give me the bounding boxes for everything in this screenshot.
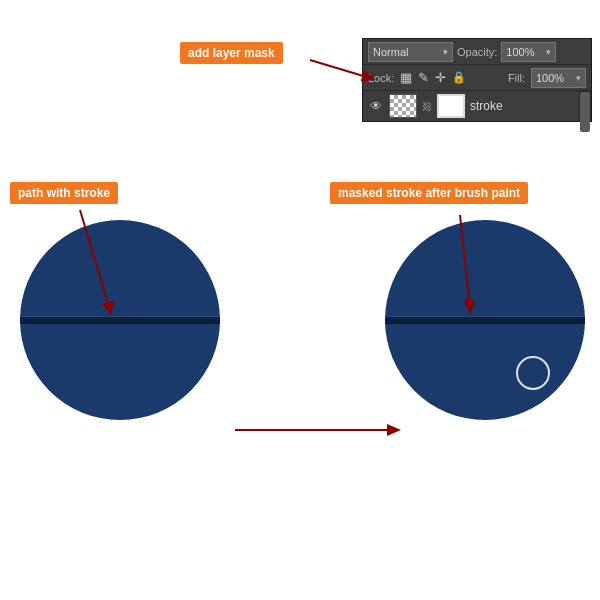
layer-thumbnail-checker — [389, 94, 417, 118]
opacity-dropdown[interactable]: 100% ▾ — [501, 42, 556, 62]
scroll-thumb[interactable] — [580, 92, 590, 132]
photoshop-panel: Normal ▾ Opacity: 100% ▾ Lock: ▦ ✎ ✛ 🔒 F… — [362, 38, 592, 122]
right-circle — [385, 220, 585, 420]
fill-value: 100% — [536, 72, 564, 84]
move-icon[interactable]: ✛ — [435, 70, 446, 85]
left-circle-container — [20, 220, 220, 420]
brush-circle-indicator — [516, 356, 550, 390]
fill-label: Fill: — [508, 72, 525, 84]
stroke-line-right — [385, 316, 585, 324]
opacity-arrow: ▾ — [546, 47, 551, 57]
left-circle — [20, 220, 220, 420]
lock-label: Lock: — [368, 72, 394, 84]
blend-mode-value: Normal — [373, 46, 408, 58]
visibility-eye-icon[interactable]: 👁 — [368, 98, 384, 114]
blend-mode-arrow: ▾ — [443, 47, 448, 57]
masked-stroke-label: masked stroke after brush paint — [330, 182, 528, 204]
fill-dropdown[interactable]: 100% ▾ — [531, 68, 586, 88]
opacity-label: Opacity: — [457, 46, 497, 58]
blend-opacity-row: Normal ▾ Opacity: 100% ▾ — [363, 39, 591, 65]
add-layer-mask-label: add layer mask — [180, 42, 283, 64]
fill-arrow: ▾ — [576, 73, 581, 83]
stroke-line-left — [20, 316, 220, 324]
layer-chain-icon: ⛓ — [422, 101, 432, 112]
tools-row: Lock: ▦ ✎ ✛ 🔒 Fill: 100% ▾ — [363, 65, 591, 91]
layer-name-label: stroke — [470, 99, 503, 113]
lock-icon[interactable]: 🔒 — [452, 71, 466, 84]
blend-mode-dropdown[interactable]: Normal ▾ — [368, 42, 453, 62]
checkerboard-icon[interactable]: ▦ — [400, 70, 412, 85]
panel-scrollbar[interactable] — [579, 91, 591, 121]
opacity-value: 100% — [506, 46, 534, 58]
right-circle-container — [385, 220, 585, 420]
layer-row[interactable]: 👁 ⛓ stroke — [363, 91, 591, 121]
layer-mask-thumbnail — [437, 94, 465, 118]
brush-icon[interactable]: ✎ — [418, 70, 429, 85]
path-with-stroke-label: path with stroke — [10, 182, 118, 204]
